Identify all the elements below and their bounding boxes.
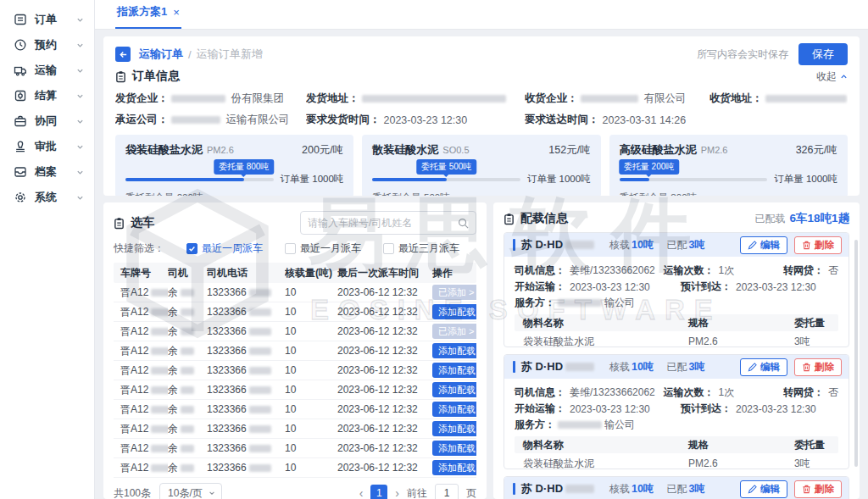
- sidebar-item-orders[interactable]: 订单: [0, 7, 94, 32]
- entrust-progress-bar[interactable]: 委托量 800吨: [125, 178, 274, 181]
- redacted-text: [362, 95, 506, 103]
- field-label: 收货地址：: [709, 91, 763, 106]
- sidebar-item-settlement[interactable]: 结算: [0, 83, 94, 108]
- field-ship-address: 发货地址：: [306, 91, 525, 107]
- start-time: 开始运输：2023-03-23 12:30: [515, 402, 681, 416]
- scrollbar[interactable]: [854, 240, 858, 467]
- driver-cell: 余: [168, 461, 178, 475]
- edit-button[interactable]: 编辑: [740, 236, 787, 254]
- material-table: 物料名称 规格 委托量 袋装硅酸盐水泥 PM2.6 3吨: [515, 314, 838, 347]
- capacity-cell: 10: [285, 384, 337, 396]
- loaded-summary: 已配载 6车18吨1趟: [754, 211, 849, 226]
- order-quantity: 订单量 1000吨: [281, 173, 344, 186]
- collapse-toggle[interactable]: 收起: [816, 69, 848, 84]
- added-button[interactable]: 已添加 >: [432, 324, 476, 339]
- filter-last-quarter[interactable]: 最近三月派车: [383, 241, 459, 256]
- order-fields: 发货企业：份有限集团 发货地址： 收货企业：有限公司 收货地址：建材大厦 承运公…: [115, 91, 848, 128]
- add-load-button[interactable]: 添加配载 >: [432, 343, 476, 358]
- checkbox-label: 最近一月派车: [300, 241, 361, 256]
- redacted-text: [181, 464, 194, 472]
- driver-cell: 余: [168, 324, 178, 339]
- edit-button[interactable]: 编辑: [740, 358, 787, 376]
- plate-cell: 晋A12: [120, 422, 148, 436]
- added-button[interactable]: 已添加 >: [432, 285, 476, 300]
- last-dispatch-cell: 2023-06-12 12:32: [337, 403, 432, 415]
- last-dispatch-cell: 2023-06-12 12:32: [337, 423, 432, 435]
- last-dispatch-cell: 2023-06-12 12:32: [337, 325, 432, 337]
- field-label: 承运公司：: [115, 113, 169, 127]
- add-load-button[interactable]: 添加配载 >: [432, 421, 476, 436]
- chevron-down-icon: [76, 42, 84, 49]
- filter-last-month[interactable]: 最近一月派车: [285, 241, 361, 256]
- add-load-button[interactable]: 添加配载 >: [432, 460, 476, 475]
- section-title-text: 配载信息: [520, 211, 568, 226]
- add-load-button[interactable]: 添加配载 >: [432, 402, 476, 417]
- loaded-label: 已配载: [754, 212, 785, 226]
- last-dispatch-cell: 2023-06-12 12:32: [337, 442, 432, 454]
- delete-button[interactable]: 删除: [794, 236, 842, 254]
- sidebar-item-label: 结算: [35, 88, 76, 103]
- sidebar-item-collaboration[interactable]: 协同: [0, 108, 94, 134]
- field-shipper: 发货企业：份有限集团: [115, 91, 306, 107]
- redacted-text: [249, 367, 271, 374]
- capacity-cell: 10: [285, 306, 337, 318]
- breadcrumb-parent[interactable]: 运输订单: [139, 47, 183, 62]
- add-load-button[interactable]: 添加配载 >: [432, 304, 476, 319]
- plate-cell: 晋A12: [120, 461, 148, 475]
- current-page[interactable]: 1: [370, 485, 387, 499]
- section-title-text: 订单信息: [132, 69, 180, 84]
- driver-cell: 余: [168, 383, 178, 397]
- briefcase-icon: [14, 114, 27, 128]
- phone-cell: 1323366: [207, 403, 247, 415]
- search-input[interactable]: [308, 217, 458, 229]
- edit-button[interactable]: 编辑: [740, 480, 787, 498]
- add-load-button[interactable]: 添加配载 >: [432, 382, 476, 397]
- page-size-select[interactable]: 10条/页: [159, 483, 222, 499]
- tab-close-icon[interactable]: ×: [173, 6, 180, 19]
- loaded-stat: 已配3吨: [667, 238, 705, 252]
- driver-cell: 余: [168, 305, 178, 319]
- sidebar-item-system[interactable]: 系统: [0, 185, 94, 210]
- field-label: 要求发货时间：: [306, 113, 381, 127]
- redacted-text: [181, 406, 194, 413]
- entrust-badge: 委托量 500吨: [416, 159, 476, 175]
- checkbox-icon[interactable]: [285, 243, 296, 254]
- chevron-down-icon: [76, 118, 84, 125]
- trash-icon: [802, 363, 811, 372]
- plate-cell: 晋A12: [120, 286, 148, 300]
- field-ship-time: 要求发货时间：2023-03-23 12:30: [306, 112, 525, 128]
- col-header: 物料名称: [515, 438, 680, 452]
- col-header: 操作: [432, 266, 476, 280]
- entrust-progress-bar[interactable]: 委托量 500吨: [372, 178, 520, 181]
- delete-button[interactable]: 删除: [794, 358, 842, 376]
- redacted-text: [171, 95, 225, 103]
- trip-count: 运输次数：1次: [664, 263, 783, 278]
- delete-button[interactable]: 删除: [794, 480, 842, 498]
- trash-icon: [802, 241, 811, 250]
- sidebar-item-approval[interactable]: 审批: [0, 134, 94, 159]
- goto-page-input[interactable]: [435, 484, 459, 499]
- checkbox-checked-icon[interactable]: [186, 243, 198, 254]
- entrust-progress-bar[interactable]: 委托量 200吨: [620, 178, 768, 181]
- add-load-button[interactable]: 添加配载 >: [432, 441, 476, 456]
- prev-page-button[interactable]: ‹: [359, 486, 364, 499]
- checkbox-icon[interactable]: [383, 243, 394, 254]
- sidebar-item-transport[interactable]: 运输: [0, 58, 94, 83]
- tab-dispatch-plan[interactable]: 指派方案1 ×: [115, 4, 181, 29]
- col-header: 核载量(吨): [285, 266, 337, 280]
- redacted-text: [249, 308, 271, 316]
- table-row: 晋A12 余 1323366 10 2023-06-12 12:32 添加配载 …: [114, 400, 476, 419]
- sidebar-item-archive[interactable]: 档案: [0, 159, 94, 185]
- sidebar-item-reservation[interactable]: 预约: [0, 32, 94, 58]
- search-icon[interactable]: [458, 218, 469, 229]
- driver-cell: 余: [168, 344, 178, 358]
- add-load-button[interactable]: 添加配载 >: [432, 363, 476, 378]
- sidebar-item-label: 协同: [35, 114, 76, 129]
- plate-cell: 晋A12: [120, 383, 148, 397]
- save-button[interactable]: 保存: [798, 43, 848, 65]
- next-page-button[interactable]: ›: [395, 486, 399, 499]
- vehicle-select-panel: 选车 快捷筛选： 最近一周派车 最近一月派车: [103, 202, 487, 499]
- filter-last-week[interactable]: 最近一周派车: [186, 241, 263, 256]
- back-button[interactable]: [115, 47, 131, 62]
- product-card: 散装硅酸水泥SO0.5152元/吨 委托量 500吨 订单量 1000吨 委托剩…: [362, 135, 600, 196]
